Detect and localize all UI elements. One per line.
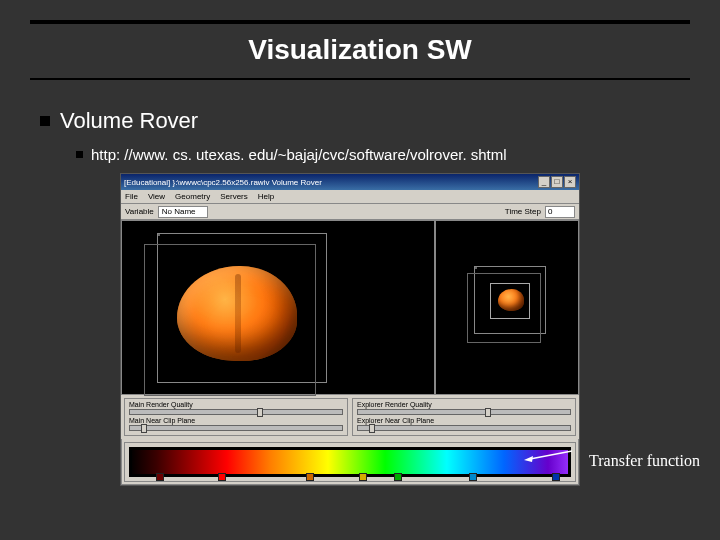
viewports xyxy=(121,220,579,395)
title-block: Visualization SW xyxy=(30,20,690,80)
variable-group: Variable No Name xyxy=(125,206,208,218)
rule-top xyxy=(30,20,690,24)
explorer-render-quality-label: Explorer Render Quality xyxy=(357,401,571,408)
transfer-function-editor[interactable] xyxy=(129,447,571,477)
main-clip-slider[interactable] xyxy=(129,425,343,431)
bullet-square-icon xyxy=(76,151,83,158)
bullet1-text: Volume Rover xyxy=(60,108,198,134)
main-clip-label: Main Near Clip Plane xyxy=(129,417,343,424)
toolbar: Variable No Name Time Step 0 xyxy=(121,204,579,220)
tf-marker[interactable] xyxy=(218,473,226,481)
window-buttons: _ □ × xyxy=(538,176,576,188)
svg-marker-1 xyxy=(524,456,533,462)
explorer-render-quality-slider[interactable] xyxy=(357,409,571,415)
timestep-group: Time Step 0 xyxy=(505,206,575,218)
minimize-icon[interactable]: _ xyxy=(538,176,550,188)
annotation-arrow-icon xyxy=(524,448,572,462)
titlebar-text: [Educational] }:\wwwc\cpc2.56x256.rawiv … xyxy=(124,178,322,187)
volume-render-main xyxy=(177,266,297,361)
quality-row: Main Render Quality Main Near Clip Plane… xyxy=(121,395,579,439)
bullet2-text: http: //www. cs. utexas. edu/~bajaj/cvc/… xyxy=(91,146,507,163)
bullet-level2: http: //www. cs. utexas. edu/~bajaj/cvc/… xyxy=(76,146,680,163)
volume-render-explorer xyxy=(498,289,524,311)
slide: Visualization SW Volume Rover http: //ww… xyxy=(0,0,720,540)
maximize-icon[interactable]: □ xyxy=(551,176,563,188)
tf-marker[interactable] xyxy=(359,473,367,481)
tf-marker[interactable] xyxy=(469,473,477,481)
explorer-clip-slider[interactable] xyxy=(357,425,571,431)
explorer-viewport[interactable] xyxy=(435,220,579,395)
main-quality-panel: Main Render Quality Main Near Clip Plane xyxy=(124,398,348,436)
tf-marker[interactable] xyxy=(552,473,560,481)
svg-line-0 xyxy=(530,451,572,459)
close-icon[interactable]: × xyxy=(564,176,576,188)
timestep-value: 0 xyxy=(548,207,552,216)
app-window: [Educational] }:\wwwc\cpc2.56x256.rawiv … xyxy=(120,173,580,486)
transfer-function-panel xyxy=(124,442,576,482)
main-viewport[interactable] xyxy=(121,220,435,395)
content: Volume Rover http: //www. cs. utexas. ed… xyxy=(0,80,720,486)
bullet-level1: Volume Rover xyxy=(40,108,680,134)
menu-servers[interactable]: Servers xyxy=(220,192,248,201)
variable-dropdown[interactable]: No Name xyxy=(158,206,208,218)
main-render-quality-slider[interactable] xyxy=(129,409,343,415)
tf-marker[interactable] xyxy=(306,473,314,481)
explorer-quality-panel: Explorer Render Quality Explorer Near Cl… xyxy=(352,398,576,436)
menubar: File View Geometry Servers Help xyxy=(121,190,579,204)
tf-marker[interactable] xyxy=(394,473,402,481)
explorer-clip-label: Explorer Near Clip Plane xyxy=(357,417,571,424)
menu-geometry[interactable]: Geometry xyxy=(175,192,210,201)
tf-marker[interactable] xyxy=(156,473,164,481)
timestep-input[interactable]: 0 xyxy=(545,206,575,218)
annotation-label: Transfer function xyxy=(589,452,700,470)
slide-title: Visualization SW xyxy=(30,28,690,72)
variable-label: Variable xyxy=(125,207,154,216)
bullet-square-icon xyxy=(40,116,50,126)
menu-view[interactable]: View xyxy=(148,192,165,201)
menu-file[interactable]: File xyxy=(125,192,138,201)
titlebar[interactable]: [Educational] }:\wwwc\cpc2.56x256.rawiv … xyxy=(121,174,579,190)
main-render-quality-label: Main Render Quality xyxy=(129,401,343,408)
menu-help[interactable]: Help xyxy=(258,192,274,201)
timestep-label: Time Step xyxy=(505,207,541,216)
variable-value: No Name xyxy=(162,207,196,216)
